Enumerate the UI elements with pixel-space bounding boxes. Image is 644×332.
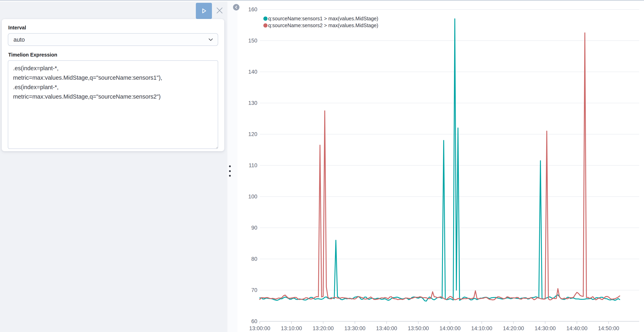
x-axis-label: 13:50:00 — [408, 325, 429, 331]
x-axis-label: 13:40:00 — [376, 325, 397, 331]
y-axis-label: 160 — [248, 7, 257, 13]
y-axis-label: 70 — [251, 287, 257, 293]
y-axis-label: 120 — [248, 131, 257, 137]
chart-legend: q:sourceName:sensors1 > max(values.MidSt… — [263, 15, 378, 29]
timelion-chart[interactable]: 6070809010011012013014015016013:00:0013:… — [0, 1, 644, 332]
x-axis-label: 13:20:00 — [312, 325, 334, 331]
x-axis-label: 14:00:00 — [440, 325, 460, 331]
timelion-editor: Interval auto Timelion Expression .es(in… — [0, 0, 644, 332]
legend-label: q:sourceName:sensors2 > max(values.MidSt… — [268, 23, 378, 28]
y-axis-label: 80 — [251, 256, 257, 262]
y-axis-label: 140 — [248, 69, 257, 75]
x-axis-label: 14:20:00 — [503, 325, 524, 331]
x-axis-label: 13:30:00 — [344, 325, 366, 331]
x-axis-label: 13:00:00 — [249, 325, 270, 331]
legend-item[interactable]: q:sourceName:sensors2 > max(values.MidSt… — [263, 22, 378, 29]
legend-item[interactable]: q:sourceName:sensors1 > max(values.MidSt… — [263, 15, 378, 22]
y-axis-label: 130 — [248, 100, 257, 106]
x-axis-label: 14:40:00 — [566, 325, 587, 331]
x-axis-label: 14:30:00 — [535, 325, 556, 331]
y-axis-label: 60 — [251, 318, 257, 324]
x-axis-label: 14:50:00 — [598, 325, 619, 331]
y-axis-label: 110 — [249, 162, 257, 169]
y-axis-label: 150 — [248, 38, 257, 44]
y-axis-label: 100 — [248, 194, 257, 200]
x-axis-label: 14:10:00 — [471, 325, 492, 331]
x-axis-label: 13:10:00 — [281, 325, 302, 331]
legend-label: q:sourceName:sensors1 > max(values.MidSt… — [268, 16, 378, 22]
y-axis-label: 90 — [251, 225, 257, 231]
series-line-2[interactable] — [260, 33, 620, 300]
series1-dot-icon — [263, 17, 268, 21]
series2-dot-icon — [263, 23, 268, 28]
